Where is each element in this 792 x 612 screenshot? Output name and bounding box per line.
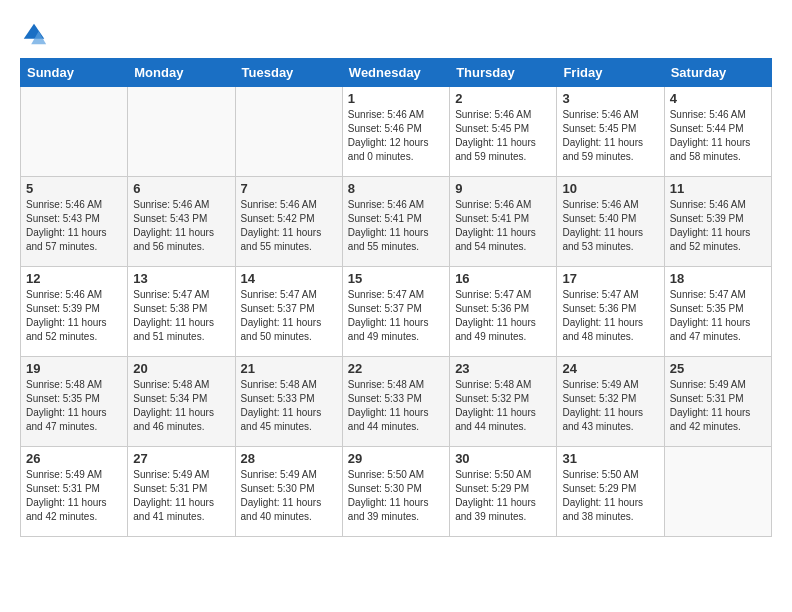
day-info: Sunrise: 5:48 AM Sunset: 5:35 PM Dayligh…	[26, 378, 122, 434]
day-number: 29	[348, 451, 444, 466]
calendar-day-cell: 12Sunrise: 5:46 AM Sunset: 5:39 PM Dayli…	[21, 267, 128, 357]
day-number: 10	[562, 181, 658, 196]
day-number: 4	[670, 91, 766, 106]
day-number: 8	[348, 181, 444, 196]
day-number: 7	[241, 181, 337, 196]
day-info: Sunrise: 5:49 AM Sunset: 5:30 PM Dayligh…	[241, 468, 337, 524]
calendar-day-cell: 29Sunrise: 5:50 AM Sunset: 5:30 PM Dayli…	[342, 447, 449, 537]
calendar-day-cell: 14Sunrise: 5:47 AM Sunset: 5:37 PM Dayli…	[235, 267, 342, 357]
calendar-week-row: 12Sunrise: 5:46 AM Sunset: 5:39 PM Dayli…	[21, 267, 772, 357]
calendar-week-row: 19Sunrise: 5:48 AM Sunset: 5:35 PM Dayli…	[21, 357, 772, 447]
calendar-day-cell: 24Sunrise: 5:49 AM Sunset: 5:32 PM Dayli…	[557, 357, 664, 447]
day-info: Sunrise: 5:49 AM Sunset: 5:31 PM Dayligh…	[133, 468, 229, 524]
day-info: Sunrise: 5:46 AM Sunset: 5:43 PM Dayligh…	[26, 198, 122, 254]
calendar-week-row: 26Sunrise: 5:49 AM Sunset: 5:31 PM Dayli…	[21, 447, 772, 537]
day-number: 15	[348, 271, 444, 286]
day-number: 22	[348, 361, 444, 376]
day-info: Sunrise: 5:46 AM Sunset: 5:45 PM Dayligh…	[455, 108, 551, 164]
day-number: 11	[670, 181, 766, 196]
day-info: Sunrise: 5:50 AM Sunset: 5:30 PM Dayligh…	[348, 468, 444, 524]
calendar-day-cell: 31Sunrise: 5:50 AM Sunset: 5:29 PM Dayli…	[557, 447, 664, 537]
calendar-day-cell: 21Sunrise: 5:48 AM Sunset: 5:33 PM Dayli…	[235, 357, 342, 447]
day-number: 12	[26, 271, 122, 286]
calendar-day-cell: 9Sunrise: 5:46 AM Sunset: 5:41 PM Daylig…	[450, 177, 557, 267]
calendar-day-cell: 30Sunrise: 5:50 AM Sunset: 5:29 PM Dayli…	[450, 447, 557, 537]
day-info: Sunrise: 5:48 AM Sunset: 5:34 PM Dayligh…	[133, 378, 229, 434]
calendar-day-cell: 13Sunrise: 5:47 AM Sunset: 5:38 PM Dayli…	[128, 267, 235, 357]
calendar-day-cell: 1Sunrise: 5:46 AM Sunset: 5:46 PM Daylig…	[342, 87, 449, 177]
calendar-day-cell: 17Sunrise: 5:47 AM Sunset: 5:36 PM Dayli…	[557, 267, 664, 357]
calendar-day-cell: 28Sunrise: 5:49 AM Sunset: 5:30 PM Dayli…	[235, 447, 342, 537]
day-number: 9	[455, 181, 551, 196]
day-info: Sunrise: 5:48 AM Sunset: 5:32 PM Dayligh…	[455, 378, 551, 434]
day-number: 3	[562, 91, 658, 106]
day-info: Sunrise: 5:47 AM Sunset: 5:38 PM Dayligh…	[133, 288, 229, 344]
day-info: Sunrise: 5:46 AM Sunset: 5:39 PM Dayligh…	[670, 198, 766, 254]
calendar-day-cell: 5Sunrise: 5:46 AM Sunset: 5:43 PM Daylig…	[21, 177, 128, 267]
day-number: 16	[455, 271, 551, 286]
day-info: Sunrise: 5:47 AM Sunset: 5:37 PM Dayligh…	[348, 288, 444, 344]
day-info: Sunrise: 5:48 AM Sunset: 5:33 PM Dayligh…	[348, 378, 444, 434]
calendar-day-cell: 27Sunrise: 5:49 AM Sunset: 5:31 PM Dayli…	[128, 447, 235, 537]
weekday-header: Saturday	[664, 59, 771, 87]
weekday-header: Sunday	[21, 59, 128, 87]
calendar-day-cell: 16Sunrise: 5:47 AM Sunset: 5:36 PM Dayli…	[450, 267, 557, 357]
page-header	[20, 20, 772, 48]
weekday-header: Friday	[557, 59, 664, 87]
day-info: Sunrise: 5:47 AM Sunset: 5:36 PM Dayligh…	[562, 288, 658, 344]
calendar-day-cell: 3Sunrise: 5:46 AM Sunset: 5:45 PM Daylig…	[557, 87, 664, 177]
calendar-header-row: SundayMondayTuesdayWednesdayThursdayFrid…	[21, 59, 772, 87]
day-number: 31	[562, 451, 658, 466]
calendar-week-row: 1Sunrise: 5:46 AM Sunset: 5:46 PM Daylig…	[21, 87, 772, 177]
day-number: 6	[133, 181, 229, 196]
day-number: 5	[26, 181, 122, 196]
day-number: 17	[562, 271, 658, 286]
calendar-day-cell: 10Sunrise: 5:46 AM Sunset: 5:40 PM Dayli…	[557, 177, 664, 267]
day-info: Sunrise: 5:46 AM Sunset: 5:39 PM Dayligh…	[26, 288, 122, 344]
calendar-day-cell: 6Sunrise: 5:46 AM Sunset: 5:43 PM Daylig…	[128, 177, 235, 267]
calendar-day-cell: 2Sunrise: 5:46 AM Sunset: 5:45 PM Daylig…	[450, 87, 557, 177]
logo	[20, 20, 52, 48]
day-number: 30	[455, 451, 551, 466]
day-info: Sunrise: 5:46 AM Sunset: 5:41 PM Dayligh…	[348, 198, 444, 254]
calendar-day-cell	[235, 87, 342, 177]
day-info: Sunrise: 5:46 AM Sunset: 5:43 PM Dayligh…	[133, 198, 229, 254]
day-info: Sunrise: 5:49 AM Sunset: 5:31 PM Dayligh…	[26, 468, 122, 524]
day-info: Sunrise: 5:46 AM Sunset: 5:41 PM Dayligh…	[455, 198, 551, 254]
calendar-day-cell: 11Sunrise: 5:46 AM Sunset: 5:39 PM Dayli…	[664, 177, 771, 267]
calendar-day-cell	[21, 87, 128, 177]
calendar-day-cell: 22Sunrise: 5:48 AM Sunset: 5:33 PM Dayli…	[342, 357, 449, 447]
calendar: SundayMondayTuesdayWednesdayThursdayFrid…	[20, 58, 772, 537]
day-number: 23	[455, 361, 551, 376]
day-info: Sunrise: 5:48 AM Sunset: 5:33 PM Dayligh…	[241, 378, 337, 434]
day-number: 21	[241, 361, 337, 376]
calendar-day-cell: 8Sunrise: 5:46 AM Sunset: 5:41 PM Daylig…	[342, 177, 449, 267]
day-info: Sunrise: 5:46 AM Sunset: 5:42 PM Dayligh…	[241, 198, 337, 254]
logo-icon	[20, 20, 48, 48]
day-number: 1	[348, 91, 444, 106]
day-number: 26	[26, 451, 122, 466]
day-info: Sunrise: 5:47 AM Sunset: 5:37 PM Dayligh…	[241, 288, 337, 344]
day-info: Sunrise: 5:47 AM Sunset: 5:36 PM Dayligh…	[455, 288, 551, 344]
calendar-day-cell: 4Sunrise: 5:46 AM Sunset: 5:44 PM Daylig…	[664, 87, 771, 177]
calendar-day-cell: 19Sunrise: 5:48 AM Sunset: 5:35 PM Dayli…	[21, 357, 128, 447]
calendar-day-cell: 26Sunrise: 5:49 AM Sunset: 5:31 PM Dayli…	[21, 447, 128, 537]
day-number: 27	[133, 451, 229, 466]
calendar-day-cell: 7Sunrise: 5:46 AM Sunset: 5:42 PM Daylig…	[235, 177, 342, 267]
day-info: Sunrise: 5:46 AM Sunset: 5:45 PM Dayligh…	[562, 108, 658, 164]
day-info: Sunrise: 5:49 AM Sunset: 5:31 PM Dayligh…	[670, 378, 766, 434]
day-number: 25	[670, 361, 766, 376]
day-info: Sunrise: 5:46 AM Sunset: 5:44 PM Dayligh…	[670, 108, 766, 164]
calendar-day-cell: 15Sunrise: 5:47 AM Sunset: 5:37 PM Dayli…	[342, 267, 449, 357]
weekday-header: Tuesday	[235, 59, 342, 87]
calendar-day-cell	[128, 87, 235, 177]
weekday-header: Monday	[128, 59, 235, 87]
day-number: 13	[133, 271, 229, 286]
day-info: Sunrise: 5:50 AM Sunset: 5:29 PM Dayligh…	[455, 468, 551, 524]
day-number: 19	[26, 361, 122, 376]
day-number: 28	[241, 451, 337, 466]
day-number: 18	[670, 271, 766, 286]
day-number: 20	[133, 361, 229, 376]
day-number: 24	[562, 361, 658, 376]
weekday-header: Thursday	[450, 59, 557, 87]
